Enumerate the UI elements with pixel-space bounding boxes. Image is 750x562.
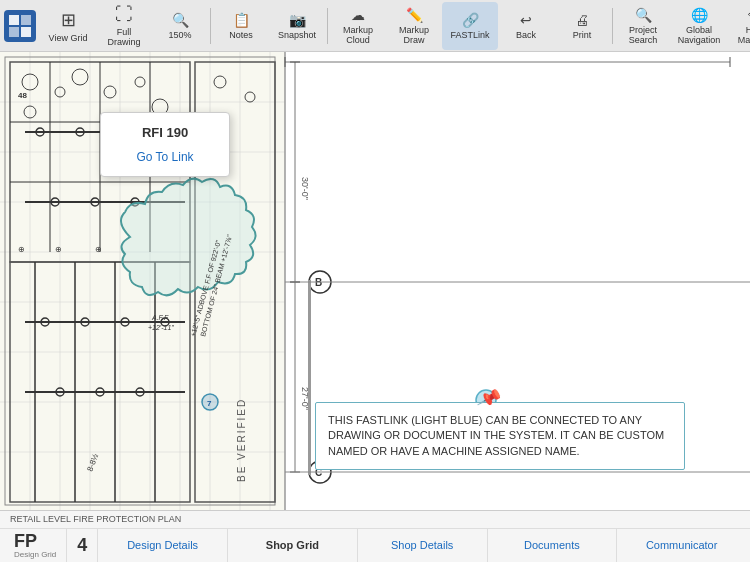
toolbar-sep-3 bbox=[612, 8, 613, 44]
drawing-main: 48 ⊕ ⊕ ⊕ 7 30'-0" 27'-0" B C bbox=[0, 52, 750, 510]
nav-documents[interactable]: Documents bbox=[488, 529, 618, 562]
toolbar-notes[interactable]: 📋 Notes bbox=[213, 2, 269, 50]
markup-cloud-icon: ☁ bbox=[351, 7, 365, 23]
fp-number: FP bbox=[14, 532, 37, 550]
toolbar-sep-1 bbox=[210, 8, 211, 44]
toolbar-markup-draw[interactable]: ✏️ MarkupDraw bbox=[386, 2, 442, 50]
fastlink-tooltip-text: THIS FASTLINK (LIGHT BLUE) CAN BE CONNEC… bbox=[328, 414, 664, 457]
nav-design-details[interactable]: Design Details bbox=[98, 529, 228, 562]
fastlink-tooltip: THIS FASTLINK (LIGHT BLUE) CAN BE CONNEC… bbox=[315, 402, 685, 470]
back-icon: ↩ bbox=[520, 12, 532, 28]
toolbar-view-grid[interactable]: ⊞ View Grid bbox=[40, 2, 96, 50]
snapshot-icon: 📷 bbox=[289, 12, 306, 28]
project-search-icon: 🔍 bbox=[635, 7, 652, 23]
statusbar: RETAIL LEVEL FIRE PROTECTION PLAN FP Des… bbox=[0, 510, 750, 562]
toolbar-print[interactable]: 🖨 Print bbox=[554, 2, 610, 50]
svg-rect-2 bbox=[9, 27, 19, 37]
toolbar-zoom[interactable]: 🔍 150% bbox=[152, 2, 208, 50]
svg-text:⊕: ⊕ bbox=[18, 245, 25, 254]
fp-label: FP Design Grid bbox=[4, 529, 67, 562]
notes-icon: 📋 bbox=[233, 12, 250, 28]
toolbar-project-search[interactable]: 🔍 ProjectSearch bbox=[615, 2, 671, 50]
toolbar: ⊞ View Grid ⛶ FullDrawing 🔍 150% 📋 Notes… bbox=[0, 0, 750, 52]
svg-text:7: 7 bbox=[207, 399, 212, 408]
zoom-icon: 🔍 bbox=[172, 12, 189, 28]
svg-text:BE VERIFIED: BE VERIFIED bbox=[236, 398, 247, 482]
svg-text:48: 48 bbox=[18, 91, 27, 100]
svg-rect-1 bbox=[21, 15, 31, 25]
statusbar-nav: FP Design Grid 4 Design Details Shop Gri… bbox=[0, 529, 750, 562]
nav-shop-grid[interactable]: Shop Grid bbox=[228, 529, 358, 562]
svg-rect-0 bbox=[9, 15, 19, 25]
svg-text:⊕: ⊕ bbox=[95, 245, 102, 254]
svg-rect-3 bbox=[21, 27, 31, 37]
rfi-title: RFI 190 bbox=[117, 125, 213, 140]
global-nav-icon: 🌐 bbox=[691, 7, 708, 23]
svg-rect-94 bbox=[308, 280, 311, 475]
toolbar-markup-cloud[interactable]: ☁ MarkupCloud bbox=[330, 2, 386, 50]
toolbar-global-nav[interactable]: 🌐 GlobalNavigation bbox=[671, 2, 727, 50]
design-grid-label: Design Grid bbox=[14, 550, 56, 559]
statusbar-drawing-name: RETAIL LEVEL FIRE PROTECTION PLAN bbox=[0, 511, 750, 529]
svg-rect-93 bbox=[308, 92, 728, 262]
nav-communicator[interactable]: Communicator bbox=[617, 529, 746, 562]
toolbar-snapshot[interactable]: 📷 Snapshot bbox=[269, 2, 325, 50]
svg-text:A.F.F.: A.F.F. bbox=[151, 314, 169, 321]
print-icon: 🖨 bbox=[575, 12, 589, 28]
toolbar-fastlink[interactable]: 🔗 FASTLink bbox=[442, 2, 498, 50]
full-drawing-icon: ⛶ bbox=[115, 4, 133, 25]
app-logo[interactable] bbox=[4, 10, 36, 42]
toolbar-hide-markups[interactable]: 👁 HideMarkups bbox=[727, 2, 750, 50]
grid-icon: ⊞ bbox=[61, 9, 76, 31]
svg-text:⊕: ⊕ bbox=[55, 245, 62, 254]
rfi-go-to-link[interactable]: Go To Link bbox=[117, 150, 213, 164]
nav-shop-details[interactable]: Shop Details bbox=[358, 529, 488, 562]
svg-text:+12'-11": +12'-11" bbox=[148, 324, 174, 331]
toolbar-back[interactable]: ↩ Back bbox=[498, 2, 554, 50]
fastlink-icon: 🔗 bbox=[462, 12, 479, 28]
fp-page-number: 4 bbox=[67, 529, 98, 562]
toolbar-sep-2 bbox=[327, 8, 328, 44]
toolbar-full-drawing[interactable]: ⛶ FullDrawing bbox=[96, 2, 152, 50]
markup-draw-icon: ✏️ bbox=[406, 7, 423, 23]
rfi-popup: RFI 190 Go To Link bbox=[100, 112, 230, 177]
